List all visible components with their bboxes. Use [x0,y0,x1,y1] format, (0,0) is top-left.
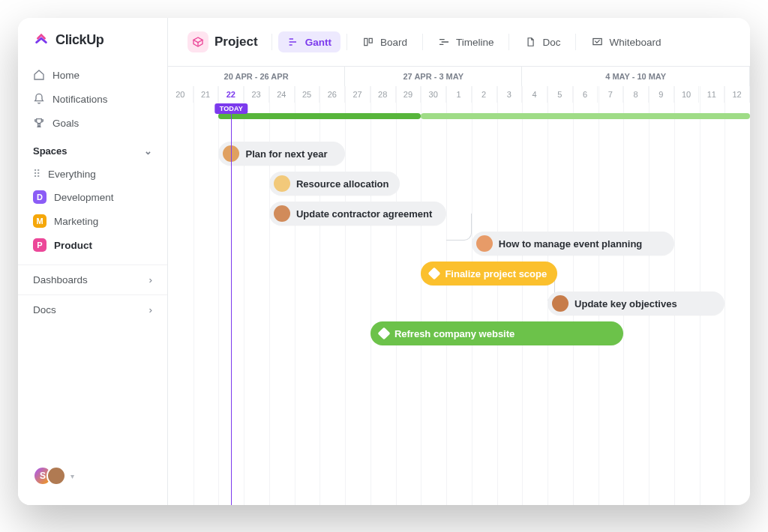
space-development[interactable]: D Development [18,185,167,209]
milestone-icon [428,267,441,280]
caret-down-icon: ▾ [70,472,74,480]
nav-home[interactable]: Home [18,63,167,87]
project-chip[interactable]: Project [180,27,266,57]
day-header: 8 [623,86,649,103]
space-product[interactable]: P Product [18,233,167,257]
separator [508,34,509,50]
space-badge: P [33,238,46,252]
task-label: Refresh company website [394,328,514,339]
avatar [274,175,290,192]
gridline [370,86,371,505]
task-bar[interactable]: Refresh company website [370,321,623,345]
avatar [476,235,493,252]
day-header: 12 [724,86,750,103]
day-header: 9 [649,86,674,103]
separator [422,34,423,50]
logo-text: ClickUp [56,32,104,48]
view-doc[interactable]: Doc [515,31,569,52]
day-header: 6 [573,86,598,103]
board-icon [362,36,374,48]
home-icon [33,69,45,81]
day-header: 3 [497,86,523,103]
chevron-right-icon: › [149,304,153,315]
space-marketing[interactable]: M Marketing [18,209,167,233]
spaces-header-label: Spaces [33,145,68,157]
toolbar: Project Gantt Board Timeline Doc [168,18,750,67]
svg-rect-1 [369,38,372,43]
milestone-icon [377,327,390,340]
space-badge: D [33,190,46,204]
view-gantt[interactable]: Gantt [278,31,340,52]
overview-bar [421,113,750,119]
task-label: Plan for next year [245,148,327,160]
avatar [274,205,290,222]
nav-notifications[interactable]: Notifications [18,87,167,111]
day-header: 27 [345,86,370,103]
task-label: Update contractor agreement [296,208,432,220]
separator [575,34,576,50]
gantt-canvas[interactable]: 20 APR - 26 APR27 APR - 3 MAY4 MAY - 10 … [168,67,750,505]
project-title: Project [214,34,258,49]
main: Project Gantt Board Timeline Doc [168,18,750,505]
day-header: 23 [244,86,269,103]
space-label: Product [54,240,92,251]
day-header: 30 [421,86,446,103]
whiteboard-icon [591,36,603,48]
week-header: 20 APR - 26 APR [168,67,345,86]
dependency-line [446,214,472,241]
day-header: 22 [218,86,244,103]
separator [346,34,347,50]
task-bar[interactable]: Update key objectives [548,291,724,315]
task-label: Finalize project scope [445,268,547,279]
avatar [552,295,568,312]
nav-dashboards[interactable]: Dashboards › [18,265,167,294]
bell-icon [33,93,45,105]
day-header: 28 [370,86,396,103]
nav-docs[interactable]: Docs › [18,294,167,324]
logo[interactable]: ClickUp [18,31,167,61]
week-header-row: 20 APR - 26 APR27 APR - 3 MAY4 MAY - 10 … [168,67,750,86]
day-header: 29 [396,86,422,103]
view-label: Whiteboard [609,37,661,48]
primary-nav: Home Notifications Goals [18,61,167,136]
space-everything[interactable]: ⠿ Everything [18,163,167,185]
gridline [472,86,472,505]
task-bar[interactable]: Finalize project scope [421,262,557,285]
avatar [46,466,66,486]
task-bar[interactable]: Plan for next year [218,142,345,166]
task-bar[interactable]: Update contractor agreement [269,202,446,226]
grid-icon: ⠿ [33,168,40,180]
task-label: Update key objectives [574,298,677,309]
view-whiteboard[interactable]: Whiteboard [582,31,670,52]
timeline-icon [438,36,450,48]
task-bar[interactable]: How to manage event planning [472,232,674,256]
view-label: Timeline [456,37,494,48]
day-header: 20 [168,86,194,103]
gridline [396,86,397,505]
nav-goals[interactable]: Goals [18,111,167,135]
svg-rect-0 [364,38,368,45]
day-header: 1 [446,86,472,103]
day-header: 7 [598,86,623,103]
view-timeline[interactable]: Timeline [429,31,503,52]
chevron-right-icon: › [149,274,153,285]
nav-label: Goals [52,118,79,129]
logo-icon [33,31,50,48]
view-label: Doc [542,37,560,48]
day-header: 11 [699,86,724,103]
gridline [497,86,498,505]
task-bar[interactable]: Resource allocation [269,172,400,196]
view-label: Board [380,37,407,48]
day-header: 2 [472,86,497,103]
svg-rect-2 [593,38,602,44]
spaces-list: ⠿ Everything D Development M Marketing P… [18,163,167,257]
section-label: Dashboards [33,274,88,285]
gridline [522,86,523,505]
spaces-header[interactable]: Spaces ⌄ [18,136,167,163]
nav-label: Home [52,70,80,81]
view-board[interactable]: Board [353,31,416,52]
trophy-icon [33,117,45,129]
presence-stack[interactable]: S ▾ [18,466,167,496]
gantt-icon [287,36,299,48]
view-label: Gantt [305,37,332,48]
